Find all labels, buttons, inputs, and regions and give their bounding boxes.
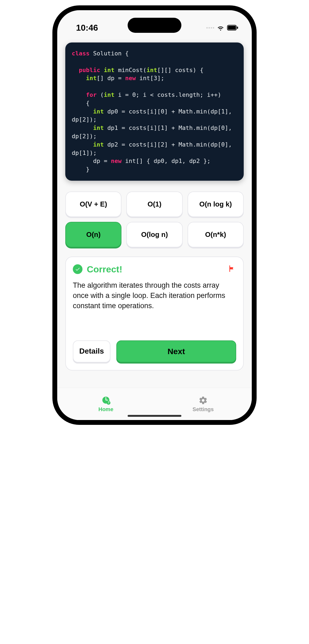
- result-card: Correct! The algorithm iterates through …: [65, 257, 244, 371]
- svg-rect-2: [237, 27, 238, 29]
- option-button-selected[interactable]: O(n): [65, 222, 121, 247]
- status-indicators: [206, 25, 238, 31]
- wifi-icon: [217, 25, 224, 31]
- option-button[interactable]: O(n log k): [188, 191, 244, 217]
- option-button[interactable]: O(log n): [126, 222, 182, 247]
- result-explanation: The algorithm iterates through the costs…: [73, 280, 236, 311]
- code-token: new: [125, 75, 136, 81]
- status-time: 10:46: [76, 23, 98, 33]
- code-block: class Solution { public int minCost(int[…: [65, 42, 244, 181]
- code-token: class: [72, 50, 89, 57]
- code-token: dp =: [93, 158, 111, 164]
- code-token: int: [104, 67, 114, 73]
- result-header-left: Correct!: [73, 264, 122, 275]
- details-button[interactable]: Details: [73, 340, 110, 362]
- tab-label: Settings: [193, 406, 214, 412]
- code-token: }: [86, 166, 89, 173]
- code-token: public: [79, 67, 100, 73]
- code-token: {: [86, 100, 89, 106]
- gear-icon: [198, 396, 208, 405]
- home-indicator[interactable]: [128, 415, 181, 417]
- code-token: [] dp =: [97, 75, 125, 81]
- result-title: Correct!: [87, 264, 122, 275]
- code-token: for: [86, 91, 97, 98]
- next-button[interactable]: Next: [116, 340, 236, 362]
- svg-text:?: ?: [108, 401, 109, 404]
- code-token: int[3];: [136, 75, 164, 81]
- home-icon: ?: [101, 396, 111, 405]
- code-token: int[] { dp0, dp1, dp2 };: [121, 158, 210, 164]
- code-token: int: [93, 141, 104, 148]
- code-token: minCost(: [114, 67, 146, 73]
- main-content: class Solution { public int minCost(int[…: [57, 37, 252, 371]
- notch: [128, 18, 181, 33]
- code-token: int: [93, 108, 104, 115]
- code-token: int: [93, 124, 104, 131]
- result-actions: Details Next: [73, 340, 236, 362]
- code-token: [][] costs) {: [157, 67, 203, 73]
- battery-icon: [227, 25, 238, 31]
- cellular-dots-icon: [206, 27, 214, 29]
- code-token: new: [111, 158, 122, 164]
- result-header: Correct!: [73, 264, 236, 275]
- code-token: int: [86, 75, 97, 81]
- check-circle-icon: [73, 264, 82, 274]
- svg-rect-1: [228, 26, 236, 30]
- code-token: int: [146, 67, 157, 73]
- code-token: int: [104, 91, 114, 98]
- option-button[interactable]: O(V + E): [65, 191, 121, 217]
- flag-icon[interactable]: [228, 264, 236, 274]
- option-button[interactable]: O(1): [126, 191, 182, 217]
- options-grid: O(V + E) O(1) O(n log k) O(n) O(log n) O…: [65, 191, 244, 247]
- device-frame: 10:46 class Solution { public int minCos…: [52, 5, 257, 425]
- code-token: (: [97, 91, 104, 98]
- tab-label: Home: [98, 406, 113, 412]
- code-token: Solution {: [89, 50, 129, 57]
- option-button[interactable]: O(n*k): [188, 222, 244, 247]
- code-token: i = 0; i < costs.length; i++): [114, 91, 221, 98]
